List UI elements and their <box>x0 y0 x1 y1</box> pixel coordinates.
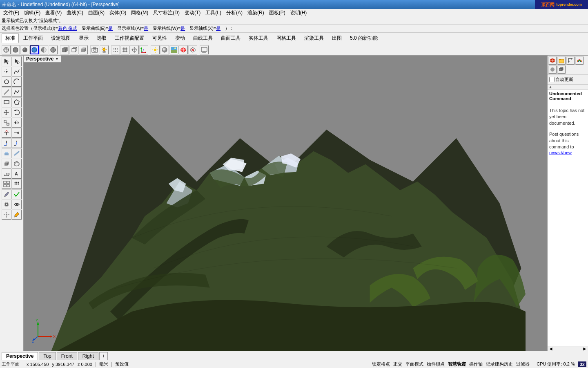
status-gumball[interactable]: 操作轴 <box>469 361 483 367</box>
render-close-icon[interactable] <box>188 45 197 54</box>
fillet-btn[interactable] <box>2 138 11 148</box>
select-tool-btn[interactable] <box>2 56 11 66</box>
auto-update-checkbox[interactable] <box>549 77 555 82</box>
select-area-btn[interactable] <box>12 56 22 66</box>
arc-btn[interactable] <box>12 77 22 87</box>
rectangle-btn[interactable] <box>2 97 11 107</box>
menubar-item[interactable]: 查看(V) <box>43 9 64 17</box>
viewport-dropdown-arrow[interactable]: ▼ <box>55 57 58 61</box>
right-icon-box-btn[interactable] <box>557 65 566 74</box>
viewport-tab-add[interactable]: + <box>99 352 108 360</box>
mesh-btn[interactable] <box>12 159 22 168</box>
status-planar[interactable]: 平面模式 <box>405 361 423 367</box>
toolbar-tab[interactable]: 标准 <box>2 34 19 43</box>
crosshair-icon[interactable] <box>130 45 139 54</box>
menubar-item[interactable]: 面板(P) <box>267 9 288 17</box>
toolbar-tab[interactable]: 出图 <box>328 34 345 43</box>
colorbar-curves-link[interactable]: 是 <box>108 26 113 31</box>
scroll-left-btn[interactable]: ◄ <box>548 346 553 351</box>
globe-active-icon[interactable] <box>30 45 39 54</box>
explode-btn[interactable] <box>2 210 11 220</box>
solid-box-icon[interactable] <box>60 45 69 54</box>
menubar-item[interactable]: 说明(H) <box>288 9 310 17</box>
sun-icon[interactable] <box>151 45 160 54</box>
rotate-btn[interactable] <box>12 108 22 117</box>
viewport-tab[interactable]: Right <box>78 352 98 360</box>
status-history[interactable]: 记录建构历史 <box>486 361 513 367</box>
menubar-item[interactable]: 曲面(S) <box>86 9 107 17</box>
eye-btn[interactable] <box>12 200 22 209</box>
grid-points-icon[interactable] <box>111 45 120 54</box>
right-icon-red-btn[interactable] <box>548 56 557 65</box>
menubar-item[interactable]: 渲染(R) <box>245 9 267 17</box>
line-btn[interactable] <box>2 87 11 97</box>
polyline-btn[interactable] <box>12 87 22 97</box>
toolbar-tab[interactable]: 渲染工具 <box>301 34 327 43</box>
render-icon[interactable] <box>179 45 188 54</box>
half-shaded-icon[interactable] <box>39 45 48 54</box>
toolbar-tab[interactable]: 选取 <box>93 34 110 43</box>
status-ortho[interactable]: 正交 <box>393 361 402 367</box>
toolbar-tab[interactable]: 曲面工具 <box>217 34 244 43</box>
colorbar-axis-link[interactable]: 是 <box>216 26 220 31</box>
colorbar-mode-link[interactable]: 着色 像式 <box>58 26 77 31</box>
scale-btn[interactable] <box>2 118 11 128</box>
environment-icon[interactable] <box>169 45 178 54</box>
menubar-item[interactable]: 实体(O) <box>107 9 129 17</box>
material-icon[interactable] <box>160 45 169 54</box>
scroll-right-btn[interactable]: ► <box>582 346 587 351</box>
grid-lines-icon[interactable] <box>120 45 129 54</box>
move-btn[interactable] <box>2 108 11 117</box>
trim-btn[interactable] <box>2 128 11 138</box>
dropper-btn[interactable] <box>12 210 22 220</box>
right-icon-grey-btn[interactable] <box>548 65 557 74</box>
toolbar-tab[interactable]: 工作视窗配置 <box>111 34 148 43</box>
dimension-btn[interactable]: dim <box>2 169 11 179</box>
toolbar-tab[interactable]: 可见性 <box>149 34 171 43</box>
surface-extrude-btn[interactable] <box>2 148 11 158</box>
wire-box-icon[interactable] <box>69 45 78 54</box>
array-btn[interactable] <box>12 179 22 189</box>
right-icon-folder-btn[interactable] <box>557 56 566 65</box>
viewport-tab[interactable]: Top <box>39 352 56 360</box>
check-btn[interactable] <box>12 189 22 199</box>
menubar-item[interactable]: 分析(A) <box>224 9 245 17</box>
extend-btn[interactable] <box>12 128 22 138</box>
toolbar-tab[interactable]: 设定视图 <box>47 34 74 43</box>
terrain-view[interactable]: X Y Z <box>24 56 547 351</box>
surface-loft-btn[interactable] <box>12 148 22 158</box>
light-icon[interactable] <box>100 45 109 54</box>
status-snap[interactable]: 锁定格点 <box>372 361 390 367</box>
right-icon-resize-btn[interactable] <box>566 56 575 65</box>
menubar-item[interactable]: 网格(M) <box>129 9 151 17</box>
globe-render-icon[interactable] <box>20 45 29 54</box>
mirror-btn[interactable] <box>12 118 22 128</box>
colorbar-frame-link[interactable]: 是 <box>144 26 148 31</box>
toolbar-tab[interactable]: 网格工具 <box>273 34 300 43</box>
solid-btn[interactable] <box>2 159 11 168</box>
axes-icon[interactable] <box>139 45 148 54</box>
globe-wireframe-icon[interactable] <box>2 45 11 54</box>
menubar-item[interactable]: 文件(F) <box>1 9 22 17</box>
right-icon-rainbow-btn[interactable] <box>575 56 584 65</box>
viewport-tab[interactable]: Front <box>57 352 77 360</box>
toolbar-tab[interactable]: 曲线工具 <box>189 34 216 43</box>
menubar-item[interactable]: 工具(L) <box>203 9 224 17</box>
camera-icon[interactable] <box>90 45 99 54</box>
toolbar-tab[interactable]: 5.0 的新功能 <box>346 34 381 43</box>
viewport-tab[interactable]: Perspective <box>2 352 38 360</box>
toolbar-tab[interactable]: 变动 <box>172 34 189 43</box>
chamfer-btn[interactable] <box>12 138 22 148</box>
text-btn[interactable]: A <box>12 169 22 179</box>
status-osnap[interactable]: 物件锁点 <box>427 361 445 367</box>
menubar-item[interactable]: 尺寸标注(D) <box>151 9 182 17</box>
toolbar-tab[interactable]: 显示 <box>75 34 92 43</box>
status-smart[interactable]: 智慧轨迹 <box>448 361 466 367</box>
dots-grid-btn[interactable] <box>2 179 11 189</box>
status-filter[interactable]: 过滤器 <box>516 361 530 367</box>
globe-shaded-icon[interactable] <box>11 45 20 54</box>
toolbar-tab[interactable]: 实体工具 <box>245 34 272 43</box>
render-box-icon[interactable] <box>79 45 88 54</box>
polygon-btn[interactable] <box>12 97 22 107</box>
point-btn[interactable] <box>2 67 11 76</box>
